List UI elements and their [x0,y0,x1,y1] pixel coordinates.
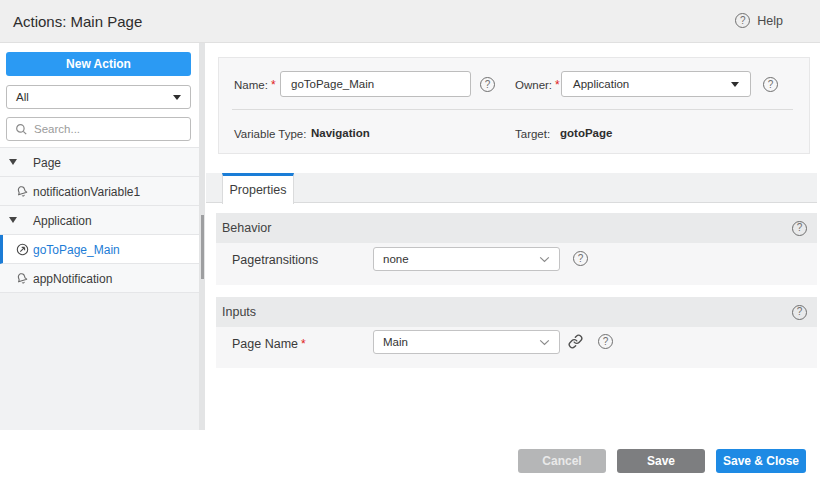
action-tree: Page notificationVariable1 [0,147,199,430]
tab-strip: Properties [206,173,817,203]
search-icon [15,123,28,136]
main-panel: Name:* ? Owner:* Application ? Variable … [205,43,820,430]
page-name-label-text: Page Name [232,337,298,351]
behavior-section-help-icon[interactable]: ? [792,221,807,236]
target-label: Target: [515,128,550,140]
owner-dropdown[interactable]: Application [561,71,751,97]
name-field-label: Name:* [234,78,276,92]
pagetransitions-dropdown[interactable]: none [373,247,560,271]
name-help-icon[interactable]: ? [480,77,495,92]
page-name-dropdown[interactable]: Main [373,330,560,354]
save-button[interactable]: Save [617,449,705,473]
tree-group-application[interactable]: Application [0,206,199,235]
sidebar-scrollbar-thumb[interactable] [201,215,204,279]
help-icon: ? [735,13,750,28]
chevron-down-icon [539,339,550,346]
page-name-help-icon[interactable]: ? [598,334,613,349]
tree-item-appnotification[interactable]: appNotification [0,264,199,293]
filter-dropdown-value: All [16,91,173,103]
required-asterisk: * [301,337,306,351]
pagetransitions-help-icon[interactable]: ? [573,251,588,266]
caret-down-icon [173,95,181,100]
new-action-button[interactable]: New Action [6,52,191,76]
required-asterisk: * [271,78,276,92]
save-and-close-button[interactable]: Save & Close [716,449,806,473]
link-variable-icon[interactable] [568,334,583,349]
search-box[interactable] [6,117,191,141]
inputs-section-header: Inputs ? [216,297,817,327]
name-input[interactable] [280,71,471,97]
behavior-section-title: Behavior [222,221,792,235]
tree-group-page[interactable]: Page [0,148,199,177]
collapse-triangle-icon[interactable] [9,217,17,223]
variable-type-value: Navigation [311,127,370,139]
pagetransitions-value: none [383,253,539,265]
inputs-section-title: Inputs [222,305,792,319]
variable-type-label: Variable Type: [234,128,306,140]
page-name-label: Page Name* [232,337,306,351]
tree-item-notificationvariable1[interactable]: notificationVariable1 [0,177,199,206]
navigation-action-icon [16,243,29,256]
collapse-triangle-icon[interactable] [9,159,17,165]
dialog-body: New Action All Page [0,43,820,430]
inputs-section-help-icon[interactable]: ? [792,305,807,320]
chevron-down-icon [539,256,550,263]
tree-group-label: Page [33,156,61,170]
tree-item-gotopage-main[interactable]: goToPage_Main [0,235,199,264]
target-value: gotoPage [560,127,612,139]
sidebar: New Action All Page [0,43,199,430]
tree-item-label: appNotification [33,272,112,286]
form-divider [232,109,793,110]
pagetransitions-label: Pagetransitions [232,253,318,267]
tab-properties[interactable]: Properties [222,173,294,204]
notification-icon [16,185,28,198]
tree-item-label: notificationVariable1 [33,185,140,199]
inputs-section-body: Page Name* Main ? [216,327,817,368]
name-label-text: Name: [234,79,268,91]
notification-icon [16,272,28,285]
owner-label-text: Owner: [515,79,552,91]
page-name-value: Main [383,336,539,348]
owner-help-icon[interactable]: ? [763,77,778,92]
page-title: Actions: Main Page [13,13,142,30]
behavior-section-body: Pagetransitions none ? [216,243,817,285]
help-button[interactable]: ? Help [735,13,783,28]
actions-dialog: Actions: Main Page ? Help New Action All [0,0,820,488]
search-input[interactable] [34,123,182,135]
required-asterisk: * [555,78,560,92]
dialog-footer: Cancel Save Save & Close [0,430,820,488]
owner-dropdown-value: Application [573,78,731,90]
owner-field-label: Owner:* [515,78,560,92]
tree-item-label: goToPage_Main [33,243,120,257]
action-summary-panel: Name:* ? Owner:* Application ? Variable … [218,57,810,154]
tree-group-label: Application [33,214,92,228]
filter-dropdown[interactable]: All [6,85,191,109]
behavior-section-header: Behavior ? [216,213,817,243]
help-label: Help [757,14,783,28]
cancel-button[interactable]: Cancel [518,449,606,473]
caret-down-icon [731,82,739,87]
dialog-header: Actions: Main Page ? Help [0,0,820,43]
